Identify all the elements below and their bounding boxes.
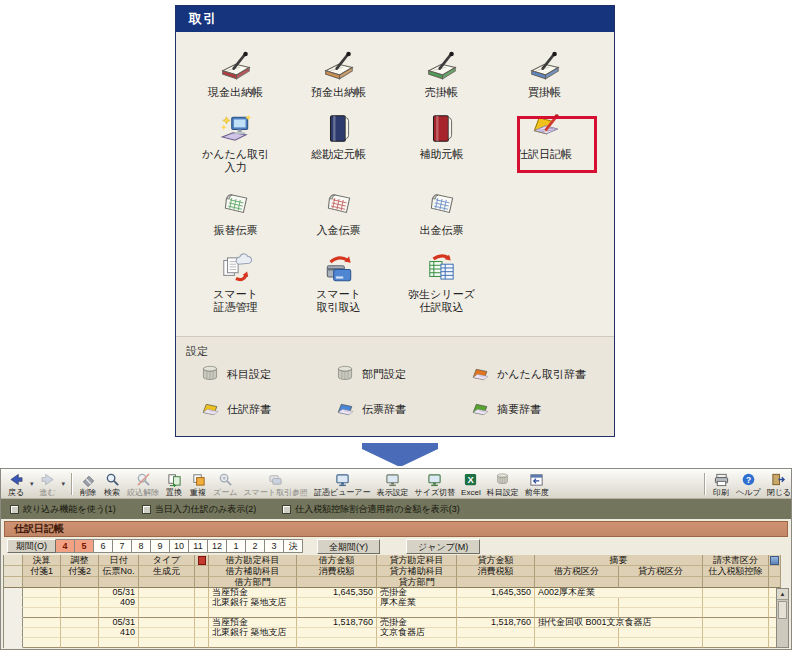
date-cell[interactable]: 05/31: [99, 618, 139, 628]
table-cell[interactable]: [703, 638, 769, 648]
row-selector[interactable]: [4, 628, 23, 638]
tile-transfer-slip[interactable]: 振替伝票: [184, 188, 287, 237]
toolbar-display-settings-button[interactable]: 表示設定: [374, 470, 412, 498]
table-cell[interactable]: [61, 598, 99, 608]
table-cell[interactable]: [457, 608, 535, 618]
table-cell[interactable]: [23, 608, 61, 618]
toolbar-delete-button[interactable]: 削除: [76, 470, 100, 498]
slip-no-cell[interactable]: 409: [99, 598, 139, 608]
table-cell[interactable]: [297, 628, 377, 638]
toolbar-close-button[interactable]: 閉じる: [764, 470, 792, 498]
slip-no-cell[interactable]: 410: [99, 628, 139, 638]
setting-journal-dictionary[interactable]: 仕訳辞書: [200, 399, 335, 419]
debit-amount-cell[interactable]: 1,518,760: [297, 618, 377, 628]
credit-account-cell[interactable]: 売掛金: [377, 618, 457, 628]
table-cell[interactable]: [195, 588, 209, 598]
date-cell[interactable]: 05/31: [99, 588, 139, 598]
period-month-4[interactable]: 4: [56, 539, 75, 553]
credit-amount-cell[interactable]: 1,518,760: [457, 618, 535, 628]
summary-cell[interactable]: A002厚木産業: [535, 588, 703, 598]
toolbar-previous-year-button[interactable]: 前年度: [522, 470, 552, 498]
table-cell[interactable]: [209, 608, 297, 618]
credit-sub-cell[interactable]: 文京食器店: [377, 628, 457, 638]
tile-easy-entry[interactable]: かんたん取引 入力: [184, 112, 287, 174]
debit-account-cell[interactable]: 当座預金: [209, 618, 297, 628]
table-cell[interactable]: [195, 608, 209, 618]
tile-payable-book[interactable]: 買掛帳: [493, 50, 596, 99]
debit-sub-cell[interactable]: 北東銀行 築地支店: [209, 628, 297, 638]
table-cell[interactable]: [23, 598, 61, 608]
toolbar-zoom-button[interactable]: ズーム: [210, 470, 240, 498]
period-month-10[interactable]: 10: [170, 539, 189, 553]
period-month-12[interactable]: 12: [208, 539, 227, 553]
table-cell[interactable]: [139, 608, 195, 618]
table-cell[interactable]: [99, 608, 139, 618]
toolbar-help-button[interactable]: ヘルプ: [733, 470, 764, 498]
toolbar-forward-button[interactable]: 進む: [36, 470, 60, 498]
table-cell[interactable]: [23, 628, 61, 638]
table-cell[interactable]: [619, 598, 703, 608]
table-cell[interactable]: [195, 618, 209, 628]
table-cell[interactable]: [377, 608, 457, 618]
table-cell[interactable]: [457, 638, 535, 648]
toolbar-forward-dropdown[interactable]: ▾: [60, 480, 68, 488]
period-month-8[interactable]: 8: [132, 539, 151, 553]
table-cell[interactable]: [61, 588, 99, 598]
tile-payment-slip[interactable]: 出金伝票: [390, 188, 493, 237]
table-cell[interactable]: [139, 618, 195, 628]
table-cell[interactable]: [619, 638, 703, 648]
table-cell[interactable]: [297, 608, 377, 618]
toolbar-unfilter-button[interactable]: 絞込解除: [124, 470, 162, 498]
credit-amount-cell[interactable]: 1,645,350: [457, 588, 535, 598]
tile-receipt-slip[interactable]: 入金伝票: [287, 188, 390, 237]
setting-account-settings[interactable]: 科目設定: [200, 364, 335, 384]
table-cell[interactable]: [195, 628, 209, 638]
table-cell[interactable]: [139, 628, 195, 638]
setting-summary-dictionary[interactable]: 摘要辞書: [470, 399, 605, 419]
period-month-2[interactable]: 2: [246, 539, 265, 553]
table-cell[interactable]: [61, 628, 99, 638]
period-month-9[interactable]: 9: [151, 539, 170, 553]
table-cell[interactable]: [61, 618, 99, 628]
table-cell[interactable]: [209, 638, 297, 648]
toolbar-smart-ref-button[interactable]: スマート取引参照: [240, 470, 311, 498]
setting-easy-dictionary[interactable]: かんたん取引辞書: [470, 364, 605, 384]
debit-amount-cell[interactable]: 1,645,350: [297, 588, 377, 598]
credit-sub-cell[interactable]: 厚木産業: [377, 598, 457, 608]
row-selector[interactable]: [4, 588, 23, 598]
period-month-7[interactable]: 7: [113, 539, 132, 553]
row-selector[interactable]: [4, 608, 23, 618]
row-selector[interactable]: [4, 638, 23, 648]
scroll-up-icon[interactable]: ▲: [777, 589, 788, 600]
table-cell[interactable]: [457, 628, 535, 638]
table-cell[interactable]: [619, 628, 703, 638]
period-month-3[interactable]: 3: [265, 539, 284, 553]
table-cell[interactable]: [139, 588, 195, 598]
table-cell[interactable]: [535, 608, 619, 618]
jump-button[interactable]: ジャンプ(M): [406, 539, 480, 554]
toolbar-size-toggle-button[interactable]: サイズ切替: [412, 470, 459, 498]
debit-sub-cell[interactable]: 北東銀行 築地支店: [209, 598, 297, 608]
table-cell[interactable]: [703, 588, 769, 598]
table-cell[interactable]: [61, 638, 99, 648]
table-cell[interactable]: [61, 608, 99, 618]
tile-receivable-book[interactable]: 売掛帳: [390, 50, 493, 99]
table-cell[interactable]: [703, 628, 769, 638]
row-selector[interactable]: [4, 598, 23, 608]
toolbar-replace-button[interactable]: 置換: [162, 470, 186, 498]
table-cell[interactable]: [139, 598, 195, 608]
toolbar-back-dropdown[interactable]: ▾: [28, 480, 36, 488]
tile-general-ledger[interactable]: 総勘定元帳: [287, 112, 390, 174]
tile-journal[interactable]: 仕訳日記帳: [493, 112, 596, 174]
tile-deposit-book[interactable]: 預金出納帳: [287, 50, 390, 99]
option-checkbox-2[interactable]: 当日入力仕訳のみ表示(2): [142, 503, 256, 516]
table-cell[interactable]: [535, 638, 619, 648]
period-month-1[interactable]: 1: [227, 539, 246, 553]
summary-cell[interactable]: 掛代金回収 B001文京食器店: [535, 618, 703, 628]
table-cell[interactable]: [619, 608, 703, 618]
table-cell[interactable]: [99, 638, 139, 648]
option-checkbox-1[interactable]: 絞り込み機能を使う(1): [10, 503, 116, 516]
table-cell[interactable]: [535, 598, 619, 608]
table-cell[interactable]: [703, 608, 769, 618]
setting-department-settings[interactable]: 部門設定: [335, 364, 470, 384]
